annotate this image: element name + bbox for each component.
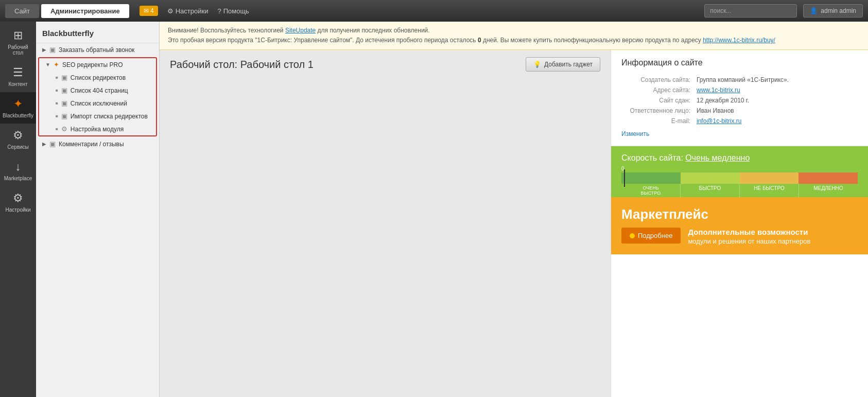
speed-label-not-fast: НЕ БЫСТРО xyxy=(740,184,799,197)
alert-text2: для получения последних обновлений. xyxy=(316,27,429,34)
settings-link[interactable]: ⚙ Настройки xyxy=(167,7,209,15)
sidebar-label-blackbutterfly: Blackbutterfly xyxy=(3,113,33,118)
site-info-table: Создатель сайта: Группа компаний «1С-Бит… xyxy=(621,75,858,126)
info-value-creator: Группа компаний «1С-Битрикс». xyxy=(693,75,858,85)
user-menu[interactable]: 👤 admin admin xyxy=(803,4,863,18)
info-label-date: Сайт сдан: xyxy=(621,95,693,106)
marketplace-content: Подробнее Дополнительные возможности мод… xyxy=(621,228,858,245)
tree-label-exceptions-list: Список исключений xyxy=(71,100,127,107)
tree-item-seo-redirects[interactable]: ▼ ✦ SEO редиректы PRO xyxy=(39,58,156,71)
sidebar-item-desktop[interactable]: ⊞ Рабочий стол xyxy=(0,24,36,61)
add-gadget-button[interactable]: 💡 Добавить гаджет xyxy=(526,57,600,72)
email-link[interactable]: info@1c-bitrix.ru xyxy=(697,117,742,125)
sidebar-item-marketplace[interactable]: ↓ Marketplace xyxy=(0,155,36,186)
siteupdate-link[interactable]: SiteUpdate xyxy=(285,27,316,34)
notification-icon: ✉ xyxy=(144,7,149,14)
speed-link[interactable]: Очень медленно xyxy=(685,153,750,162)
sidebar-item-services[interactable]: ⚙ Сервисы xyxy=(0,124,36,155)
speed-seg-not-fast xyxy=(740,172,799,184)
info-label-email: E-mail: xyxy=(621,116,693,126)
table-row: Адрес сайта: www.1c-bitrix.ru xyxy=(621,85,858,95)
info-label-address: Адрес сайта: xyxy=(621,85,693,95)
bullet-icon-2: ■ xyxy=(56,88,58,93)
tree-item-404-list[interactable]: ■ ▣ Список 404 страниц xyxy=(39,84,156,97)
sidebar-label-content: Контент xyxy=(8,81,27,87)
marketplace-button[interactable]: Подробнее xyxy=(621,228,681,244)
speed-segments xyxy=(621,172,858,184)
marketplace-desc-title: Дополнительные возможности xyxy=(688,228,810,236)
admin-button[interactable]: Администрирование xyxy=(41,4,129,18)
blackbutterfly-icon: ✦ xyxy=(13,97,23,111)
arrow-icon: ▶ xyxy=(42,47,46,53)
help-link[interactable]: ? Помощь xyxy=(217,7,249,15)
buy-link[interactable]: http://www.1c-bitrix.ru/buy/ xyxy=(703,37,775,44)
gear-icon: ⚙ xyxy=(167,7,173,15)
icon-sidebar: ⊞ Рабочий стол ☰ Контент ✦ Blackbutterfl… xyxy=(0,22,36,397)
info-label-creator: Создатель сайта: xyxy=(621,75,693,85)
marketplace-section: Маркетплейс Подробнее Дополнительные воз… xyxy=(611,197,868,254)
speed-seg-fast xyxy=(681,172,740,184)
speed-label-slow: МЕДЛЕННО xyxy=(799,184,858,197)
alert-bar: Внимание! Воспользуйтесь технологией Sit… xyxy=(160,22,868,50)
tree-label-module-settings: Настройка модуля xyxy=(71,126,124,133)
bullet-icon-4: ■ xyxy=(56,114,58,118)
arrow-down-icon: ▼ xyxy=(45,62,50,67)
arrow-icon-2: ▶ xyxy=(42,141,46,147)
tree-item-order-callback[interactable]: ▶ ▣ Заказать обратный звонок xyxy=(36,43,159,56)
page-icon-4: ▣ xyxy=(61,99,67,107)
marketplace-description: Дополнительные возможности модули и реше… xyxy=(688,228,810,245)
notifications-badge[interactable]: ✉ 4 xyxy=(140,6,158,16)
info-value-date: 12 декабря 2010 г. xyxy=(693,95,858,106)
table-row: E-mail: info@1c-bitrix.ru xyxy=(621,116,858,126)
table-row: Создатель сайта: Группа компаний «1С-Бит… xyxy=(621,75,858,85)
workspace-title: Рабочий стол: Рабочий стол 1 xyxy=(170,59,314,71)
sidebar-label-settings: Настройки xyxy=(5,207,30,213)
page-icon-3: ▣ xyxy=(61,87,67,94)
speed-seg-slow xyxy=(798,172,858,184)
tree-label-404-list: Список 404 страниц xyxy=(71,87,128,94)
desktop-icon: ⊞ xyxy=(13,29,23,42)
bullet-icon: ■ xyxy=(56,75,58,80)
content-icon: ☰ xyxy=(13,66,23,79)
info-value-address: www.1c-bitrix.ru xyxy=(693,85,858,95)
comments-icon: ▣ xyxy=(49,140,56,148)
speed-section: Скорость сайта: Очень медленно 0 xyxy=(611,146,868,197)
right-panel: Информация о сайте Создатель сайта: Груп… xyxy=(611,50,868,397)
search-input[interactable] xyxy=(704,4,797,18)
alert-text4: дней. Вы можете купить полнофункциональн… xyxy=(481,37,703,44)
tree-item-redirects-list[interactable]: ■ ▣ Список редиректов xyxy=(39,71,156,84)
sidebar-item-content[interactable]: ☰ Контент xyxy=(0,61,36,92)
info-label-person: Ответственное лицо: xyxy=(621,106,693,116)
content-row: Рабочий стол: Рабочий стол 1 💡 Добавить … xyxy=(160,50,868,397)
speed-seg-very-fast xyxy=(621,172,681,184)
content-area: Внимание! Воспользуйтесь технологией Sit… xyxy=(160,22,868,397)
alert-text3: Это пробная версия продукта "1С-Битрикс:… xyxy=(168,37,478,44)
dot-icon xyxy=(630,233,635,238)
top-navigation: Сайт Администрирование ✉ 4 ⚙ Настройки ?… xyxy=(0,0,868,22)
main-layout: ⊞ Рабочий стол ☰ Контент ✦ Blackbutterfl… xyxy=(0,22,868,397)
tree-item-import-list[interactable]: ■ ▣ Импорт списка редиректов xyxy=(39,110,156,123)
bullet-icon-5: ■ xyxy=(56,127,58,131)
marketplace-icon: ↓ xyxy=(15,160,21,174)
table-row: Ответственное лицо: Иван Иванов xyxy=(621,106,858,116)
alert-days: 0 xyxy=(478,37,481,44)
sidebar-item-blackbutterfly[interactable]: ✦ Blackbutterfly xyxy=(0,92,36,124)
sidebar-item-settings[interactable]: ⚙ Настройки xyxy=(0,186,36,218)
page-icon: ▣ xyxy=(49,46,56,54)
user-icon: 👤 xyxy=(810,7,818,14)
speed-zero-label: 0 xyxy=(621,166,858,171)
change-link[interactable]: Изменить xyxy=(621,130,649,137)
seo-icon: ✦ xyxy=(54,61,59,68)
info-value-person: Иван Иванов xyxy=(693,106,858,116)
speed-title: Скорость сайта: Очень медленно xyxy=(621,153,858,163)
site-button[interactable]: Сайт xyxy=(5,4,39,18)
table-row: Сайт сдан: 12 декабря 2010 г. xyxy=(621,95,858,106)
tree-item-comments[interactable]: ▶ ▣ Комментарии / отзывы xyxy=(36,137,159,150)
speed-label-very-fast: ОЧЕНЬ БЫСТРО xyxy=(621,184,681,197)
tree-item-exceptions-list[interactable]: ■ ▣ Список исключений xyxy=(39,97,156,110)
tree-label-comments: Комментарии / отзывы xyxy=(59,141,124,148)
site-address-link[interactable]: www.1c-bitrix.ru xyxy=(697,87,740,94)
services-icon: ⚙ xyxy=(13,129,23,142)
tree-item-module-settings[interactable]: ■ ⚙ Настройка модуля xyxy=(39,123,156,135)
tree-label-import-list: Импорт списка редиректов xyxy=(71,113,148,120)
